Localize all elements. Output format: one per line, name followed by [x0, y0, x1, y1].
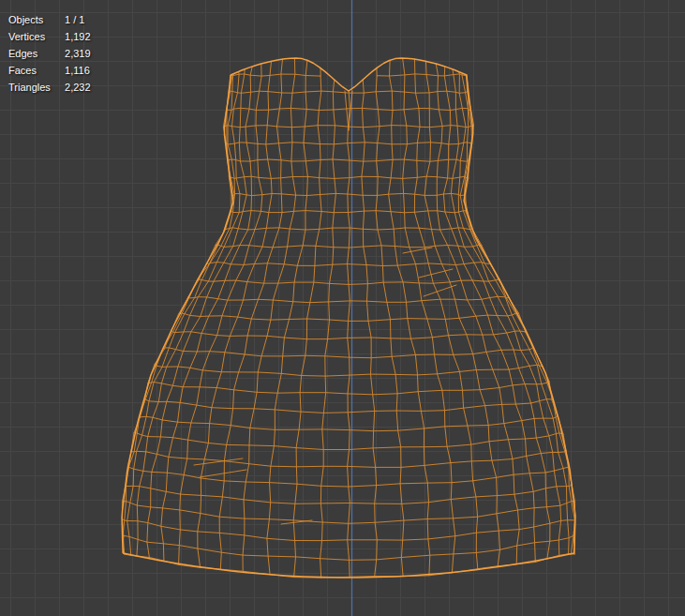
stat-value: 1,116	[65, 62, 90, 79]
stat-value: 2,232	[65, 79, 91, 96]
stat-row-triangles: Triangles 2,232	[8, 79, 91, 96]
blender-3d-viewport[interactable]: Objects 1 / 1 Vertices 1,192 Edges 2,319…	[0, 0, 685, 616]
stat-label: Vertices	[8, 28, 62, 45]
viewport-canvas[interactable]	[0, 0, 685, 616]
stats-overlay: Objects 1 / 1 Vertices 1,192 Edges 2,319…	[8, 11, 91, 96]
stat-label: Objects	[8, 11, 62, 28]
stat-row-objects: Objects 1 / 1	[8, 11, 91, 28]
stat-row-vertices: Vertices 1,192	[8, 28, 91, 45]
stat-label: Edges	[8, 45, 62, 62]
stat-value: 2,319	[65, 45, 91, 62]
stat-value: 1 / 1	[65, 11, 84, 28]
stat-value: 1,192	[65, 28, 91, 45]
stat-row-edges: Edges 2,319	[8, 45, 91, 62]
stat-row-faces: Faces 1,116	[8, 62, 91, 79]
stat-label: Faces	[8, 62, 62, 79]
stat-label: Triangles	[8, 79, 62, 96]
